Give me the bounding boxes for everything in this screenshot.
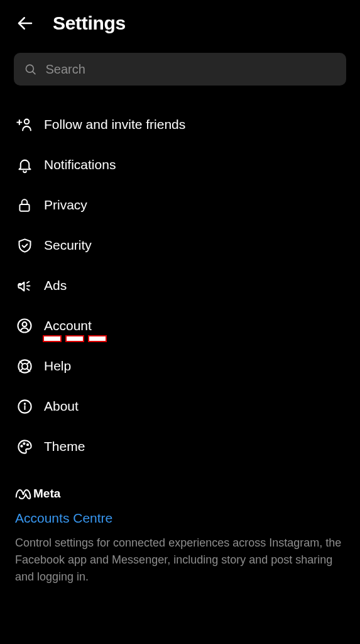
search-input[interactable] (45, 62, 336, 77)
svg-point-3 (25, 119, 29, 124)
svg-point-22 (23, 443, 25, 444)
menu-item-label: Help (44, 358, 71, 374)
meta-description: Control settings for connected experienc… (15, 535, 345, 586)
menu-item-label: Notifications (44, 157, 116, 172)
settings-list: Follow and invite friends Notifications … (0, 101, 360, 470)
meta-logo-icon (15, 488, 31, 499)
lifebuoy-icon (15, 357, 34, 375)
menu-item-follow-invite[interactable]: Follow and invite friends (0, 104, 360, 145)
menu-item-theme[interactable]: Theme (0, 426, 360, 467)
back-button[interactable] (15, 13, 35, 33)
meta-brand: Meta (15, 487, 345, 501)
svg-rect-6 (19, 204, 29, 211)
menu-item-label: Account (44, 318, 92, 333)
svg-line-7 (26, 281, 28, 282)
menu-item-label: Security (44, 238, 92, 253)
user-circle-icon (15, 316, 34, 335)
accounts-centre-link[interactable]: Accounts Centre (15, 511, 112, 526)
menu-item-label: About (44, 399, 79, 414)
page-title: Settings (53, 13, 126, 34)
svg-point-20 (24, 403, 25, 404)
palette-icon (15, 437, 34, 456)
menu-item-about[interactable]: About (0, 386, 360, 426)
meta-section: Meta Accounts Centre Control settings fo… (0, 470, 360, 586)
lock-icon (15, 196, 34, 214)
svg-point-11 (23, 322, 27, 326)
shield-check-icon (15, 236, 34, 255)
svg-point-10 (18, 319, 31, 333)
menu-item-help[interactable]: Help (0, 346, 360, 386)
header: Settings (0, 0, 360, 49)
bell-icon (15, 155, 34, 174)
menu-item-label: Privacy (44, 197, 87, 213)
menu-item-label: Ads (44, 278, 67, 293)
megaphone-icon (15, 276, 34, 295)
menu-item-label: Follow and invite friends (44, 117, 185, 132)
menu-item-security[interactable]: Security (0, 225, 360, 265)
menu-item-label: Theme (44, 439, 85, 454)
svg-line-2 (33, 72, 35, 74)
menu-item-privacy[interactable]: Privacy (0, 185, 360, 225)
svg-line-9 (26, 289, 28, 290)
highlight-annotation (43, 335, 107, 342)
svg-point-23 (26, 444, 28, 445)
back-arrow-icon (16, 14, 35, 33)
menu-item-account[interactable]: Account (0, 306, 360, 346)
search-bar[interactable] (14, 53, 346, 86)
menu-item-notifications[interactable]: Notifications (0, 145, 360, 185)
menu-item-ads[interactable]: Ads (0, 265, 360, 306)
person-add-icon (15, 115, 34, 134)
search-icon (24, 62, 36, 76)
meta-brand-label: Meta (33, 487, 60, 501)
svg-point-21 (21, 445, 22, 447)
info-icon (15, 397, 34, 416)
